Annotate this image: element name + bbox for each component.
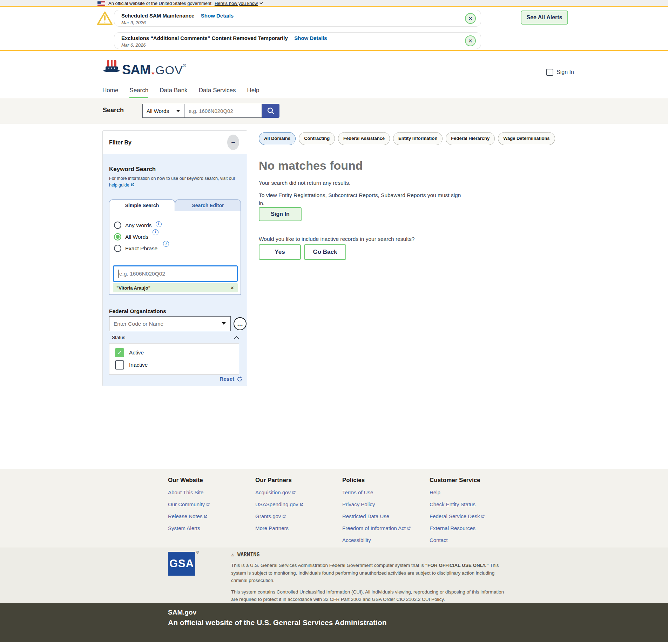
domain-pill-entity-information[interactable]: Entity Information [393,132,443,145]
keyword-input[interactable] [114,266,237,281]
footer-link-terms-of-use[interactable]: Terms of Use [342,489,428,496]
tab-simple-search[interactable]: Simple Search [109,199,175,211]
footer-link-acquisition-gov[interactable]: Acquisition.gov [255,489,341,496]
check-icon: ✓ [117,350,122,355]
domain-pill-all-domains[interactable]: All Domains [259,132,296,145]
nav-item-home[interactable]: Home [102,83,118,98]
keyword-tag-label: "Vitoria Araujo" [116,285,150,291]
federal-organizations-input[interactable] [109,317,230,331]
footer-site-name: SAM.gov [168,609,196,616]
combobox-caret-icon[interactable] [222,322,226,325]
search-input[interactable] [184,104,262,118]
help-guide-link[interactable]: help guide [109,183,135,188]
domain-pill-wage-determinations[interactable]: Wage Determinations [498,132,555,145]
checkbox-active[interactable]: ✓ [115,348,124,357]
info-icon[interactable]: i [153,229,158,235]
nav-item-search[interactable]: Search [129,83,148,98]
keyword-tag: "Vitoria Araujo" ✕ [113,283,238,292]
search-type-select[interactable]: All Words [142,104,184,118]
nav-item-help[interactable]: Help [247,83,259,98]
heres-how-you-know-link[interactable]: Here's how you know [215,1,263,6]
yes-button[interactable]: Yes [259,244,301,260]
footer-link-label: More Partners [255,525,289,531]
help-text: For more information on how to use our k… [109,176,235,181]
see-all-alerts-button[interactable]: See All Alerts [521,11,568,25]
warning-icon: ⚠ [231,551,234,558]
logo-registered-mark: ® [183,64,186,68]
footer-link-label: Our Community [168,501,205,508]
collapse-filters-button[interactable]: − [227,135,239,150]
show-details-link[interactable]: Show Details [201,13,234,19]
footer-link-grants-gov[interactable]: Grants.gov [255,513,341,520]
uncle-sam-hat-icon [102,60,121,76]
chevron-up-icon[interactable] [234,336,239,342]
footer-link-label: Grants.gov [255,513,281,520]
footer-link-federal-service-desk[interactable]: Federal Service Desk [430,513,515,520]
domain-pill-contracting[interactable]: Contracting [299,132,335,145]
banner-text: An official website of the United States… [108,1,211,6]
logo-sam-text: SAM [122,64,150,76]
gsa-logo: GSA [168,552,195,576]
federal-organizations-heading: Federal Organizations [109,308,166,314]
alert-close-button[interactable]: ✕ [465,13,476,24]
domain-pills: All Domains Contracting Federal Assistan… [259,132,555,145]
external-link-icon [299,502,304,507]
remove-tag-button[interactable]: ✕ [230,285,234,291]
checkbox-inactive[interactable] [115,360,124,370]
footer-link-release-notes[interactable]: Release Notes [168,513,254,520]
nav-item-data-bank[interactable]: Data Bank [160,83,187,98]
status-section-label: Status [112,335,125,340]
nav-item-data-services[interactable]: Data Services [199,83,236,98]
info-glyph: i [155,230,156,234]
go-back-button[interactable]: Go Back [304,244,346,260]
footer-link-usaspending-gov[interactable]: USASpending.gov [255,501,341,508]
domain-pill-federal-assistance[interactable]: Federal Assistance [338,132,390,145]
radio-any-words[interactable] [114,222,121,229]
sign-in-label: Sign In [556,69,574,75]
radio-exact-phrase[interactable] [114,245,121,252]
footer-link-label: Release Notes [168,513,202,520]
footer-heading: Customer Service [430,469,515,484]
footer-link-check-entity-status[interactable]: Check Entity Status [430,501,515,508]
footer-link-restricted-data-use[interactable]: Restricted Data Use [342,513,428,520]
filter-panel: Filter By − Keyword Search For more info… [102,130,247,386]
gsa-warning-section: GSA ® ⚠ WARNING This is a U.S. General S… [0,548,668,603]
footer-link-system-alerts[interactable]: System Alerts [168,525,254,531]
info-icon[interactable]: i [156,221,162,227]
footer-link-label: Help [430,489,440,496]
footer-link-accessibility[interactable]: Accessibility [342,537,428,543]
checkbox-active-label: Active [129,350,144,356]
reset-filters-button[interactable]: Reset [220,376,243,382]
radio-all-words[interactable] [114,233,121,240]
footer-column-our-website: Our Website About This Site Our Communit… [168,469,254,531]
footer-link-external-resources[interactable]: External Resources [430,525,515,531]
tab-search-editor[interactable]: Search Editor [175,199,241,211]
alert-close-button[interactable]: ✕ [465,35,476,46]
alert-card: Scheduled SAM Maintenance Show Details M… [114,10,481,27]
info-icon[interactable]: i [163,241,169,247]
sign-in-button[interactable]: Sign In [259,207,302,221]
footer-link-privacy-policy[interactable]: Privacy Policy [342,501,428,508]
more-options-button[interactable]: … [234,317,247,330]
search-submit-button[interactable] [262,104,279,118]
primary-nav: Home Search Data Bank Data Services Help [0,83,668,98]
sam-gov-logo[interactable]: SAM ★ GOV ® [102,60,186,76]
footer-link-contact[interactable]: Contact [430,537,515,543]
sign-in-link[interactable]: ← Sign In [546,69,574,76]
federal-organizations-combobox [109,316,231,331]
show-details-link[interactable]: Show Details [294,35,327,41]
footer-link-label: Terms of Use [342,489,373,496]
footer-link-more-partners[interactable]: More Partners [255,525,341,531]
footer-link-foia[interactable]: Freedom of Information Act [342,525,428,531]
main-content: Filter By − Keyword Search For more info… [0,124,668,469]
domain-pill-federal-hierarchy[interactable]: Federal Hierarchy [446,132,495,145]
footer-link-label: USASpending.gov [255,501,298,508]
footer-link-label: Federal Service Desk [430,513,480,520]
footer-link-our-community[interactable]: Our Community [168,501,254,508]
radio-any-words-label: Any Words [125,222,152,229]
system-warning: ⚠ WARNING This is a U.S. General Service… [231,551,509,603]
external-link-icon [203,514,208,518]
footer-link-about-this-site[interactable]: About This Site [168,489,254,496]
logo-gov-text: GOV [155,65,183,76]
footer-link-help[interactable]: Help [430,489,515,496]
